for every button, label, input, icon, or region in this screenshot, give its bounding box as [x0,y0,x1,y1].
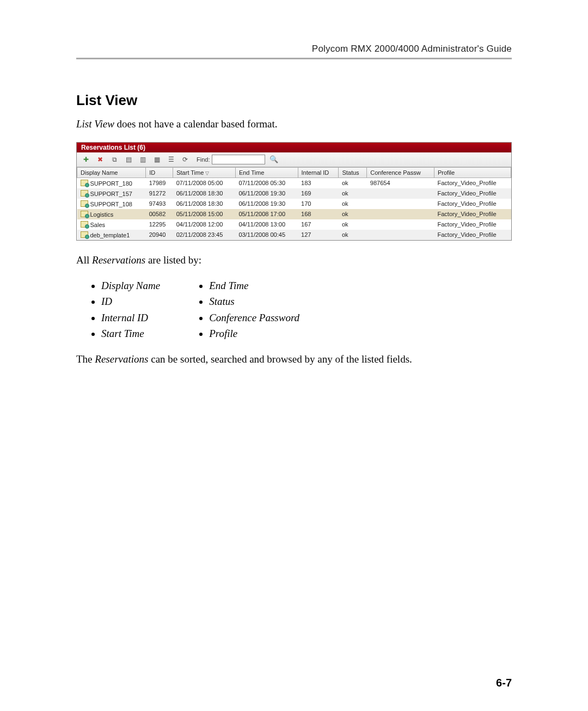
column-header[interactable]: Display Name [77,167,146,177]
field-bullet: Internal ID [101,310,160,326]
table-row[interactable]: SUPPORT_1579127206/11/2008 18:3006/11/20… [77,188,511,199]
footer-paragraph: The Reservations can be sorted, searched… [76,352,512,367]
table-cell: 167 [298,219,339,230]
table-cell: SUPPORT_180 [77,177,146,188]
table-row[interactable]: deb_template12094002/11/2008 23:4503/11/… [77,230,511,240]
field-bullet: Conference Password [209,310,299,326]
calendar-month-icon[interactable]: ▦ [151,154,163,165]
list-view-icon[interactable]: ☰ [165,154,177,165]
column-header[interactable]: End Time [235,167,298,177]
column-header[interactable]: Start Time▽ [173,167,236,177]
field-bullet: Status [209,293,299,309]
table-cell [367,230,434,240]
field-bullet: Profile [209,326,299,341]
field-bullet: End Time [209,278,299,293]
table-cell: Factory_Video_Profile [434,209,511,219]
table-cell: 183 [298,177,339,188]
table-row[interactable]: Logistics0058205/11/2008 15:0005/11/2008… [77,209,511,219]
panel-title: Reservations List (6) [77,143,511,152]
reservation-icon [81,231,88,238]
calendar-week-icon[interactable]: ▥ [137,154,149,165]
table-cell: 00582 [146,209,173,219]
table-row[interactable]: SUPPORT_1801798907/11/2008 05:0007/11/20… [77,177,511,188]
table-cell: 05/11/2008 17:00 [235,209,298,219]
table-cell: ok [339,188,367,199]
listed-rest: are listed by: [145,254,201,266]
reservation-icon [81,211,88,217]
table-cell: 97493 [146,199,173,209]
table-cell: 168 [298,209,339,219]
column-header[interactable]: Status [339,167,367,177]
table-cell: Sales [77,219,146,230]
table-cell [367,199,434,209]
column-header[interactable]: Profile [434,167,511,177]
table-cell: 06/11/2008 19:30 [235,188,298,199]
find-label: Find: [197,156,210,163]
header-rule [76,58,512,59]
table-cell: 05/11/2008 15:00 [173,209,236,219]
column-header[interactable]: ID [146,167,173,177]
listed-prefix: All [76,254,92,266]
listed-by-paragraph: All Reservations are listed by: [76,253,512,268]
table-cell [367,188,434,199]
table-row[interactable]: SUPPORT_1089749306/11/2008 18:3006/11/20… [77,199,511,209]
find-input[interactable] [212,155,265,164]
table-row[interactable]: Sales1229504/11/2008 12:0004/11/2008 13:… [77,219,511,230]
table-cell: ok [339,230,367,240]
table-cell: 127 [298,230,339,240]
table-cell: Factory_Video_Profile [434,219,511,230]
reservations-panel: Reservations List (6) ✚ ✖ ⧉ ▤ ▥ ▦ ☰ ⟳ Fi… [76,142,512,241]
refresh-icon[interactable]: ⟳ [179,154,191,165]
table-cell: Logistics [77,209,146,219]
intro-text: does not have a calendar based format. [114,118,278,130]
reservations-table: Display NameIDStart Time▽End TimeInterna… [77,167,511,240]
copy-icon[interactable]: ⧉ [108,154,120,165]
table-cell: 91272 [146,188,173,199]
table-cell: Factory_Video_Profile [434,230,511,240]
table-cell [367,219,434,230]
table-cell: 12295 [146,219,173,230]
reservation-icon [81,200,88,207]
new-reservation-icon[interactable]: ✚ [80,154,92,165]
sort-desc-icon: ▽ [205,170,209,176]
table-cell: 07/11/2008 05:00 [173,177,236,188]
delete-icon[interactable]: ✖ [94,154,106,165]
intro-italic: List View [76,118,114,130]
section-heading: List View [76,92,512,109]
field-bullet: Start Time [101,326,160,341]
table-cell: Factory_Video_Profile [434,188,511,199]
table-cell: deb_template1 [77,230,146,240]
table-cell: 06/11/2008 18:30 [173,188,236,199]
field-bullet: Display Name [101,278,160,293]
reservation-icon [81,221,88,228]
footer-italic: Reservations [95,353,148,365]
listed-italic: Reservations [92,254,145,266]
table-cell: SUPPORT_108 [77,199,146,209]
column-header[interactable]: Conference Passw [367,167,434,177]
table-cell: ok [339,177,367,188]
table-cell: 06/11/2008 19:30 [235,199,298,209]
table-cell: 06/11/2008 18:30 [173,199,236,209]
footer-prefix: The [76,353,95,365]
table-cell: Factory_Video_Profile [434,177,511,188]
reservation-icon [81,190,88,197]
field-bullets: Display NameIDInternal IDStart Time End … [90,278,512,342]
table-cell: 02/11/2008 23:45 [173,230,236,240]
table-cell: SUPPORT_157 [77,188,146,199]
table-cell: 04/11/2008 12:00 [173,219,236,230]
table-cell: 17989 [146,177,173,188]
guide-title: Polycom RMX 2000/4000 Administrator's Gu… [76,44,512,54]
column-header[interactable]: Internal ID [298,167,339,177]
table-cell: 03/11/2008 00:45 [235,230,298,240]
calendar-day-icon[interactable]: ▤ [122,154,134,165]
table-cell: ok [339,219,367,230]
table-cell: 169 [298,188,339,199]
table-cell: 987654 [367,177,434,188]
page-number: 6-7 [496,677,512,689]
field-bullet: ID [101,293,160,309]
footer-rest: can be sorted, searched and browsed by a… [148,353,412,365]
table-cell: 170 [298,199,339,209]
table-cell [367,209,434,219]
table-cell: 07/11/2008 05:30 [235,177,298,188]
search-icon[interactable]: 🔍 [270,155,278,163]
